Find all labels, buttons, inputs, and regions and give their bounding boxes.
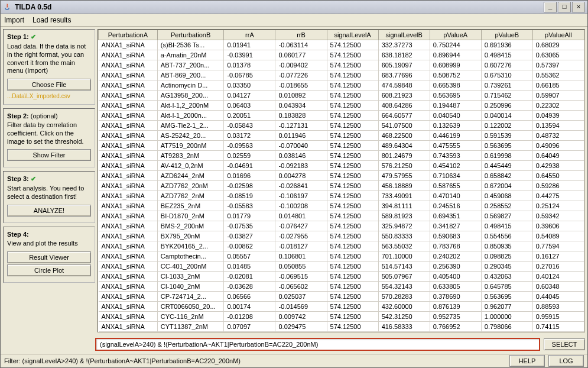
help-button[interactable]: HELP [509, 355, 545, 367]
table-cell: ABT-737_200n... [157, 60, 224, 70]
table-cell: 0.74115 [532, 322, 584, 332]
menu-load-results[interactable]: Load results [33, 16, 71, 24]
table-cell: 0.01378 [224, 60, 275, 70]
table-row[interactable]: ANXA1_siRNABMS-2_200nM-0.07535-0.0764275… [99, 221, 584, 231]
column-header[interactable]: PerturbationB [157, 30, 224, 40]
table-cell: ANXA1_siRNA [99, 191, 158, 201]
table-cell: 394.81111 [378, 201, 430, 211]
table-row[interactable]: ANXA1_siRNAAZD7762_20nM-0.02598-0.026841… [99, 181, 584, 191]
close-button[interactable]: × [572, 2, 585, 12]
table-row[interactable]: ANXA1_siRNAAG13958_200...0.041270.010892… [99, 91, 584, 101]
column-header[interactable]: PerturbationA [99, 30, 158, 40]
step3-desc: Start analysis. You need to select a des… [7, 185, 91, 201]
table-cell: AMG-Tie2-1_2... [157, 121, 224, 131]
table-row[interactable]: ANXA1_siRNAAMG-Tie2-1_2...-0.05843-0.127… [99, 121, 584, 131]
table-cell: ANXA1_siRNA [99, 211, 158, 221]
table-row[interactable]: ANXA1_siRNABEZ235_2nM-0.05583-0.10020857… [99, 201, 584, 211]
select-button[interactable]: SELECT [544, 338, 585, 350]
menu-import[interactable]: Import [4, 16, 24, 24]
filter-input[interactable] [95, 338, 540, 351]
table-row[interactable]: ANXA1_siRNABYK204165_2...-0.00862-0.0181… [99, 241, 584, 251]
maximize-button[interactable]: □ [558, 2, 571, 12]
analyze-button[interactable]: ANALYZE! [7, 205, 91, 217]
table-cell: 574.12500 [327, 111, 378, 121]
table-cell: 0.59342 [532, 211, 584, 221]
column-header[interactable]: pValueAll [532, 30, 584, 40]
table-cell: -0.076427 [275, 221, 327, 231]
table-cell: 554.32143 [378, 282, 430, 292]
choose-file-button[interactable]: Choose File [7, 79, 91, 91]
table-row[interactable]: ANXA1_siRNAAkt-I-1,2_200nM0.064030.04393… [99, 101, 584, 111]
table-row[interactable]: ANXA1_siRNAABT-737_200n...0.01378-0.0094… [99, 60, 584, 70]
table-row[interactable]: ANXA1_siRNA(s)BI-2536 Ts...0.01941-0.063… [99, 40, 584, 50]
table-row[interactable]: ANXA1_siRNACYC-116_2nM-0.012080.00974257… [99, 312, 584, 322]
table-cell: ANXA1_siRNA [99, 221, 158, 231]
table-row[interactable]: ANXA1_siRNACRT0066050_20...0.00174-0.014… [99, 302, 584, 312]
table-cell: 589.81923 [378, 211, 430, 221]
table-row[interactable]: ANXA1_siRNAAZD6244_2nM0.016960.004278574… [99, 171, 584, 181]
menu-bar: Import Load results [1, 14, 587, 27]
minimize-button[interactable]: _ [544, 2, 557, 12]
table-row[interactable]: ANXA1_siRNACI-1040_2nM-0.03628-0.0656025… [99, 282, 584, 292]
table-row[interactable]: ANXA1_siRNAAZD7762_2nM-0.08519-0.1061975… [99, 191, 584, 201]
table-row[interactable]: ANXA1_siRNADasatinib_0,2...-0.08352-0.14… [99, 332, 584, 333]
step4-title: Step 4: [7, 231, 29, 238]
table-cell: 0.645785 [481, 282, 532, 292]
table-cell: 0.675310 [481, 70, 532, 80]
table-row[interactable]: ANXA1_siRNABX795_20nM-0.03827-0.02795557… [99, 231, 584, 241]
table-cell: 0.07097 [224, 322, 275, 332]
table-cell: ANXA1_siRNA [99, 332, 158, 333]
table-cell: 576.21250 [378, 161, 430, 171]
table-row[interactable]: ANXA1_siRNAAS-25242_20...0.031720.011946… [99, 131, 584, 141]
table-cell: 474.59848 [378, 80, 430, 91]
table-cell: 0.42938 [532, 161, 584, 171]
table-cell: -0.069515 [275, 272, 327, 282]
result-viewer-button[interactable]: Result Viewer [7, 251, 91, 263]
table-cell: Camptothecin... [157, 251, 224, 262]
table-cell: -0.08352 [224, 332, 275, 333]
show-filter-button[interactable]: Show Filter [7, 149, 91, 161]
table-cell: 574.12500 [327, 101, 378, 111]
table-cell: 608.21923 [378, 91, 430, 101]
table-cell: 0.77594 [532, 241, 584, 251]
table-row[interactable]: ANXA1_siRNACamptothecin...0.055570.10680… [99, 251, 584, 262]
table-cell: 479.57955 [378, 171, 430, 181]
column-header[interactable]: signalLevelB [378, 30, 430, 40]
table-cell: AS-25242_20... [157, 131, 224, 141]
table-cell: 574.12500 [327, 211, 378, 221]
column-header[interactable]: pValueB [481, 30, 532, 40]
table-row[interactable]: ANXA1_siRNAActinomycin D...0.03350-0.018… [99, 80, 584, 91]
table-row[interactable]: ANXA1_siRNAAkt-I-1_2000n...0.200510.1838… [99, 111, 584, 121]
table-row[interactable]: ANXA1_siRNACP-724714_2...0.065660.025037… [99, 292, 584, 302]
table-scroll[interactable]: PerturbationAPerturbationBrrArrBsignalLe… [98, 29, 585, 333]
table-cell: 0.13594 [532, 121, 584, 131]
table-cell: 0.009742 [275, 312, 327, 322]
table-row[interactable]: ANXA1_siRNAAT7519_200nM-0.09563-0.070040… [99, 141, 584, 151]
step4-desc: View and plot the results [7, 240, 91, 248]
column-header[interactable]: rrB [275, 30, 327, 40]
table-cell: -0.00862 [224, 241, 275, 251]
table-row[interactable]: ANXA1_siRNAAV-412_0,2nM-0.04691-0.092183… [99, 161, 584, 171]
column-header[interactable]: rrA [224, 30, 275, 40]
table-cell: 0.27016 [532, 262, 584, 272]
column-header[interactable]: signalLevelA [327, 30, 378, 40]
column-header[interactable]: pValueA [430, 30, 481, 40]
table-row[interactable]: ANXA1_siRNAa-Amatin_20nM-0.039910.060177… [99, 50, 584, 60]
table-cell: -0.02598 [224, 181, 275, 191]
circle-plot-button[interactable]: Circle Plot [7, 264, 91, 276]
table-cell: -0.014569 [275, 302, 327, 312]
table-row[interactable]: ANXA1_siRNAABT-869_200...-0.06785-0.0772… [99, 70, 584, 80]
table-cell: -0.05843 [224, 121, 275, 131]
table-cell: -0.02081 [224, 272, 275, 282]
log-button[interactable]: LOG [548, 355, 584, 367]
table-cell: ANXA1_siRNA [99, 121, 158, 131]
table-row[interactable]: ANXA1_siRNABI-D1870_2nM0.017790.01480157… [99, 211, 584, 221]
table-row[interactable]: ANXA1_siRNACC-401_200nM0.014850.05085557… [99, 262, 584, 272]
table-row[interactable]: ANXA1_siRNACI-1033_2nM-0.02081-0.0695155… [99, 272, 584, 282]
table-row[interactable]: ANXA1_siRNAAT9283_2nM0.025590.038146574.… [99, 151, 584, 161]
step3-box: Step 3: ✔ Start analysis. You need to se… [3, 171, 95, 223]
table-cell: ANXA1_siRNA [99, 151, 158, 161]
table-cell: 0.245516 [430, 201, 481, 211]
table-row[interactable]: ANXA1_siRNACYT11387_2nM0.070970.02947557… [99, 322, 584, 332]
table-cell: 0.691936 [481, 40, 532, 50]
